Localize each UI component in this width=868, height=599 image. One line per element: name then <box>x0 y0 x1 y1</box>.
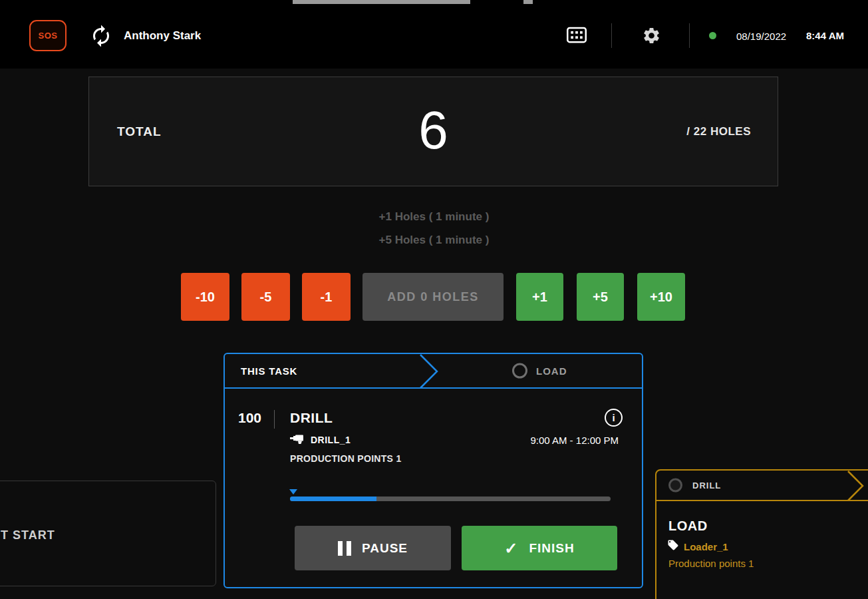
machine-name: DRILL_1 <box>311 435 351 445</box>
total-holes-value: 6 <box>89 100 778 161</box>
minus-1-label: -1 <box>321 290 333 305</box>
operator-name: Anthony Stark <box>124 29 201 43</box>
plus-1-holes-button[interactable]: +1 <box>516 273 563 321</box>
hole-counter-panel: TOTAL 6 / 22 HOLES <box>88 77 778 186</box>
info-glyph: i <box>612 412 615 423</box>
topbar: SOS Anthony Stark <box>0 0 868 69</box>
finish-button[interactable]: ✓ FINISH <box>462 526 617 570</box>
online-status-dot <box>709 32 716 39</box>
add-holes-label: ADD 0 HOLES <box>387 290 479 304</box>
drill-icon <box>290 433 305 447</box>
add-holes-button[interactable]: ADD 0 HOLES <box>362 273 504 321</box>
chevron-right-icon <box>847 471 865 504</box>
topbar-time: 8:44 AM <box>806 30 844 41</box>
next-card-task-name: LOAD <box>668 518 708 534</box>
chevron-right-icon <box>419 354 439 391</box>
next-card-machine-row: Loader_1 <box>667 539 728 554</box>
sos-label: SOS <box>39 31 58 41</box>
task-time-range: 9:00 AM - 12:00 PM <box>530 435 619 446</box>
next-task-tab[interactable]: LOAD <box>512 363 567 379</box>
task-status-ring-icon <box>512 363 527 379</box>
production-points: PRODUCTION POINTS 1 <box>290 453 402 464</box>
machine-row: DRILL_1 <box>290 433 351 447</box>
loader-tag-icon <box>667 539 679 554</box>
topbar-divider <box>611 23 612 48</box>
topbar-divider <box>689 23 690 48</box>
minus-5-label: -5 <box>260 290 272 305</box>
info-icon[interactable]: i <box>605 409 623 427</box>
next-task-card-header: DRILL <box>656 471 868 501</box>
minus-10-holes-button[interactable]: -10 <box>181 273 229 321</box>
pending-adjustment-line: +5 Holes ( 1 minute ) <box>0 234 868 247</box>
keypad-icon[interactable] <box>567 27 587 46</box>
status-bar-artifact <box>523 0 533 4</box>
plus-1-label: +1 <box>532 290 547 305</box>
pending-adjustment-line: +1 Holes ( 1 minute ) <box>0 210 868 224</box>
progress-marker-icon <box>289 489 297 495</box>
minus-5-holes-button[interactable]: -5 <box>241 273 290 321</box>
pause-label: PAUSE <box>362 541 408 556</box>
task-name: DRILL <box>290 410 333 426</box>
previous-task-label: T START <box>1 528 55 542</box>
next-task-label: LOAD <box>536 365 567 377</box>
task-divider <box>274 410 275 429</box>
pause-icon <box>338 541 351 556</box>
next-card-header-label: DRILL <box>692 481 721 491</box>
plus-5-holes-button[interactable]: +5 <box>577 273 624 321</box>
check-icon: ✓ <box>504 540 518 556</box>
minus-10-label: -10 <box>196 290 215 305</box>
sos-button[interactable]: SOS <box>29 20 67 51</box>
current-task-card: THIS TASK LOAD 100 DRILL i <box>223 353 643 588</box>
topbar-date: 08/19/2022 <box>736 31 786 42</box>
pause-button[interactable]: PAUSE <box>295 526 451 570</box>
current-task-header: THIS TASK LOAD <box>225 354 642 389</box>
task-progress-bar <box>290 497 611 501</box>
next-card-machine-name: Loader_1 <box>684 541 728 552</box>
next-card-production-points: Production points 1 <box>668 558 754 569</box>
previous-task-card[interactable]: T START <box>0 481 216 586</box>
operator-tablet-screen: SOS Anthony Stark <box>0 0 868 599</box>
plus-10-label: +10 <box>650 290 672 305</box>
sync-refresh-icon[interactable] <box>89 24 113 48</box>
gear-icon[interactable] <box>642 26 661 48</box>
task-number: 100 <box>238 410 261 426</box>
status-bar-artifact <box>293 0 470 4</box>
this-task-label: THIS TASK <box>241 365 297 377</box>
plus-5-label: +5 <box>593 290 608 305</box>
holes-capacity-label: / 22 HOLES <box>686 125 751 138</box>
next-task-card[interactable]: DRILL LOAD Loader_1 Production points 1 <box>655 469 868 599</box>
task-status-ring-icon <box>668 479 682 493</box>
progress-fill <box>290 497 376 501</box>
minus-1-holes-button[interactable]: -1 <box>302 273 351 321</box>
finish-label: FINISH <box>529 541 574 556</box>
plus-10-holes-button[interactable]: +10 <box>637 273 685 321</box>
